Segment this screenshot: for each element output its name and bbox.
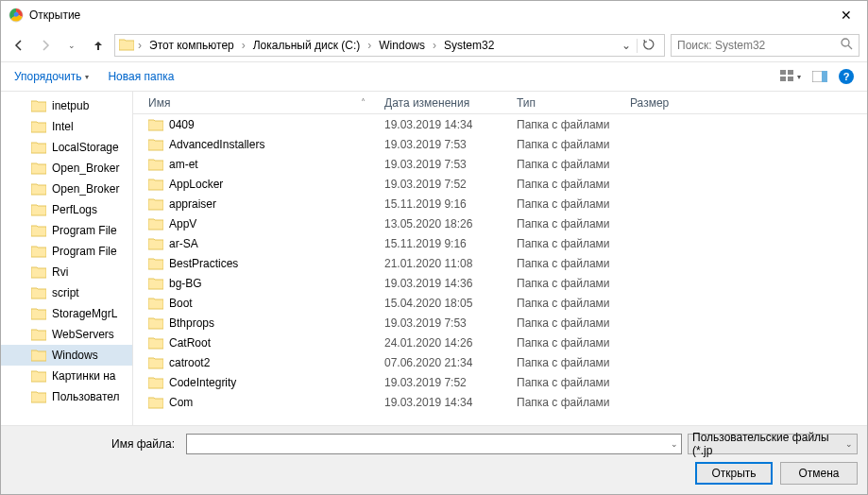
folder-icon (31, 182, 46, 196)
column-size[interactable]: Размер (630, 96, 706, 110)
address-bar[interactable]: › Этот компьютер › Локальный диск (C:) ›… (114, 34, 665, 57)
breadcrumb-item[interactable]: Локальный диск (C:) (249, 37, 365, 54)
search-box[interactable] (671, 34, 859, 57)
list-item[interactable]: appraiser15.11.2019 9:16Папка с файлами (133, 194, 867, 213)
folder-icon (31, 141, 46, 154)
file-type: Папка с файлами (517, 297, 630, 310)
recent-dropdown-icon[interactable]: ⌄ (61, 35, 82, 56)
tree-item-label: Rvi (52, 265, 68, 279)
tree-item[interactable]: PerfLogs (1, 199, 132, 220)
list-item[interactable]: CatRoot24.01.2020 14:26Папка с файлами (133, 333, 867, 352)
tree-item[interactable]: Program File (1, 241, 132, 262)
tree-item[interactable]: Пользовател (1, 386, 132, 407)
chevron-right-icon[interactable]: › (366, 39, 373, 52)
tree-item[interactable]: WebServers (1, 324, 132, 345)
tree-item[interactable]: Rvi (1, 262, 132, 282)
filename-input[interactable] (186, 434, 682, 454)
file-type: Папка с файлами (517, 158, 630, 171)
tree-item[interactable]: Windows (1, 345, 132, 366)
list-item[interactable]: BestPractices21.01.2020 11:08Папка с фай… (133, 253, 867, 273)
tree-item-label: script (52, 286, 79, 299)
file-name: CatRoot (169, 336, 211, 350)
folder-icon (31, 203, 46, 216)
list-item[interactable]: 040919.03.2019 14:34Папка с файлами (133, 114, 867, 134)
file-date: 15.11.2019 9:16 (384, 237, 517, 250)
search-icon[interactable] (841, 38, 853, 53)
open-button[interactable]: Открыть (695, 462, 773, 485)
chevron-right-icon[interactable]: › (136, 39, 144, 52)
file-type: Папка с файлами (517, 237, 630, 250)
address-dropdown-icon[interactable]: ⌄ (618, 39, 635, 52)
list-item[interactable]: AdvancedInstallers19.03.2019 7:53Папка с… (133, 134, 867, 154)
list-item[interactable]: AppLocker19.03.2019 7:52Папка с файлами (133, 174, 867, 194)
search-input[interactable] (677, 39, 841, 52)
tree-item[interactable]: Program File (1, 220, 132, 241)
folder-icon (31, 99, 46, 112)
file-date: 24.01.2020 14:26 (384, 336, 517, 350)
breadcrumb-item[interactable]: Windows (375, 37, 429, 54)
chevron-down-icon: ⌄ (845, 439, 853, 449)
list-item[interactable]: catroot207.06.2020 21:34Папка с файлами (133, 352, 867, 372)
organize-button[interactable]: Упорядочить▾ (14, 70, 89, 83)
chevron-right-icon[interactable]: › (240, 39, 247, 52)
file-date: 19.03.2019 7:52 (384, 376, 517, 389)
tree-item[interactable]: LocalStorage (1, 137, 132, 158)
forward-button[interactable] (35, 35, 56, 56)
chrome-icon (9, 8, 24, 23)
file-date: 15.04.2020 18:05 (384, 297, 517, 310)
file-list[interactable]: 040919.03.2019 14:34Папка с файламиAdvan… (133, 114, 867, 425)
view-icons-button[interactable]: ▾ (780, 70, 801, 83)
file-date: 19.03.2019 7:53 (384, 316, 517, 330)
up-button[interactable] (88, 35, 109, 56)
list-item[interactable]: bg-BG19.03.2019 14:36Папка с файлами (133, 273, 867, 293)
folder-icon (31, 245, 46, 258)
file-type: Папка с файлами (517, 197, 630, 211)
file-type: Папка с файлами (517, 277, 630, 290)
list-item[interactable]: Com19.03.2019 14:34Папка с файлами (133, 392, 867, 412)
folder-icon (148, 297, 163, 310)
tree-item[interactable]: script (1, 282, 132, 303)
sort-indicator-icon: ˄ (361, 97, 366, 108)
filename-dropdown-icon[interactable]: ⌄ (671, 439, 678, 449)
column-type[interactable]: Тип (517, 96, 630, 110)
file-name: am-et (169, 158, 198, 171)
help-icon[interactable]: ? (839, 69, 854, 84)
svg-rect-9 (822, 71, 827, 82)
file-name: Com (169, 396, 193, 409)
column-date[interactable]: Дата изменения (384, 96, 517, 110)
list-item[interactable]: AppV13.05.2020 18:26Папка с файлами (133, 213, 867, 233)
file-date: 15.11.2019 9:16 (384, 197, 517, 211)
file-type: Папка с файлами (517, 257, 630, 270)
tree-item[interactable]: Картинки на (1, 366, 132, 386)
cancel-button[interactable]: Отмена (780, 462, 858, 485)
folder-icon (148, 237, 163, 250)
svg-rect-5 (788, 70, 793, 75)
back-button[interactable] (9, 35, 29, 56)
folder-icon (31, 307, 46, 320)
column-name[interactable]: Имя˄ (148, 96, 384, 110)
close-icon[interactable]: ✕ (833, 4, 859, 26)
folder-icon (31, 328, 46, 341)
file-type: Папка с файлами (517, 356, 630, 369)
list-item[interactable]: CodeIntegrity19.03.2019 7:52Папка с файл… (133, 372, 867, 392)
tree-item[interactable]: Open_Broker (1, 158, 132, 179)
preview-pane-button[interactable] (812, 71, 827, 82)
list-item[interactable]: Bthprops19.03.2019 7:53Папка с файлами (133, 313, 867, 333)
chevron-right-icon[interactable]: › (431, 39, 438, 52)
tree-item[interactable]: StorageMgrL (1, 303, 132, 324)
folder-icon (31, 120, 46, 133)
tree-item[interactable]: Intel (1, 116, 132, 137)
list-item[interactable]: ar-SA15.11.2019 9:16Папка с файлами (133, 233, 867, 253)
list-item[interactable]: Boot15.04.2020 18:05Папка с файлами (133, 293, 867, 313)
new-folder-button[interactable]: Новая папка (108, 70, 174, 83)
file-type: Папка с файлами (517, 396, 630, 409)
breadcrumb-item[interactable]: System32 (440, 37, 498, 54)
refresh-icon[interactable] (637, 39, 660, 53)
folder-tree[interactable]: inetpubIntelLocalStorageOpen_BrokerOpen_… (1, 92, 133, 425)
list-item[interactable]: am-et19.03.2019 7:53Папка с файлами (133, 154, 867, 174)
tree-item-label: Open_Broker (52, 162, 119, 175)
tree-item[interactable]: Open_Broker (1, 179, 132, 199)
breadcrumb-item[interactable]: Этот компьютер (145, 37, 238, 54)
filetype-select[interactable]: Пользовательские файлы (*.jp⌄ (688, 434, 858, 454)
tree-item[interactable]: inetpub (1, 95, 132, 116)
